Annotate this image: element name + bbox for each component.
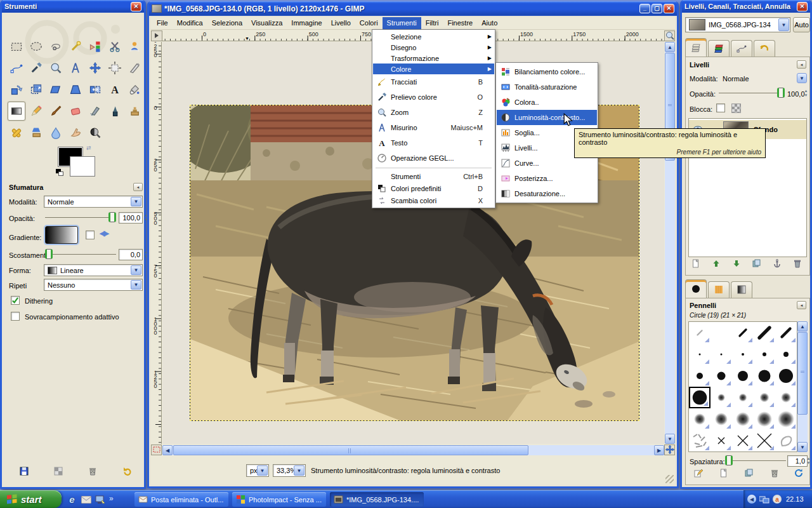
h-scrollbar[interactable]: ◀ ▶ [162, 445, 664, 455]
tool-shear-button[interactable] [47, 80, 65, 99]
menubar-file[interactable]: File [152, 17, 173, 29]
refresh-brushes-icon[interactable] [794, 468, 804, 479]
tool-move-button[interactable] [86, 58, 104, 77]
taskbar-button-2[interactable]: *IMG_0568.JPG-134.... [330, 492, 424, 507]
delete-options-icon[interactable] [88, 466, 98, 478]
menu-item-tracciati[interactable]: TracciatiB [373, 74, 494, 90]
swap-colors-icon[interactable]: ⇄ [86, 145, 91, 151]
brush-cell[interactable] [775, 408, 797, 430]
menubar-colori[interactable]: Colori [355, 17, 383, 29]
duplicate-layer-icon[interactable] [752, 258, 762, 270]
brush-cell[interactable] [732, 322, 754, 344]
anchor-layer-icon[interactable] [772, 258, 782, 270]
quicklaunch-mail-icon[interactable] [80, 493, 92, 505]
brush-cell[interactable] [689, 408, 710, 430]
tool-select-by-color-button[interactable] [86, 37, 104, 56]
dithering-checkbox[interactable] [11, 296, 20, 305]
layer-opacity-slider[interactable] [719, 88, 785, 98]
dock-close-button[interactable]: ✕ [797, 2, 808, 11]
brush-cell[interactable] [689, 430, 710, 451]
panel-collapse-icon[interactable]: ◂ [133, 183, 143, 191]
tool-eraser-button[interactable] [67, 102, 84, 121]
brush-cell[interactable] [754, 408, 775, 430]
brush-cell[interactable] [732, 408, 754, 430]
brush-cell[interactable] [710, 365, 732, 387]
brush-cell[interactable] [710, 387, 732, 408]
background-color-swatch[interactable] [70, 157, 95, 176]
tool-perspective-clone-button[interactable] [27, 123, 45, 142]
toolbox-close-button[interactable]: ✕ [131, 2, 141, 11]
image-window-titlebar[interactable]: *IMG_0568.JPG-134.0 (RGB, 1 livello) 212… [149, 1, 677, 16]
menubar-filtri[interactable]: Filtri [421, 17, 443, 29]
antivirus-tray-icon[interactable]: a [773, 495, 782, 504]
shape-select[interactable]: Lineare▼ [44, 264, 143, 276]
offset-slider[interactable] [45, 249, 116, 259]
brush-cell[interactable] [775, 322, 797, 344]
panel-collapse-icon[interactable]: ◂ [797, 301, 806, 309]
tool-pencil-button[interactable] [27, 102, 45, 121]
v-ruler[interactable]: -250025050075010001250 [151, 42, 162, 444]
ruler-corner-button[interactable] [151, 30, 162, 41]
repeat-select[interactable]: Nessuno▼ [44, 279, 143, 291]
minimize-button[interactable]: _ [639, 4, 650, 13]
tab-gradients[interactable] [731, 281, 752, 298]
gradient-swap-icon[interactable]: ◀▶ [100, 229, 108, 237]
tool-paths-button[interactable] [8, 58, 25, 77]
mode-select[interactable]: Normale▼ [44, 196, 143, 208]
brush-cell[interactable] [754, 365, 775, 387]
tab-undo[interactable] [754, 40, 775, 57]
tool-crop-button[interactable] [126, 58, 143, 77]
brush-scrollbar[interactable]: ▲ ▼ [797, 321, 808, 452]
brush-cell[interactable] [710, 344, 732, 365]
image-selector[interactable]: IMG_0568.JPG-134▼ [685, 17, 790, 32]
brush-cell[interactable] [754, 322, 775, 344]
menubar-strumenti[interactable]: Strumenti [383, 17, 421, 29]
opacity-value[interactable]: 100,0 [119, 212, 143, 224]
submenu-item-posterizza[interactable]: Posterizza... [497, 171, 597, 186]
tool-fuzzy-select-button[interactable] [67, 37, 84, 56]
brush-cell[interactable] [689, 387, 710, 408]
tab-patterns[interactable] [708, 281, 730, 298]
menu-item-testo[interactable]: ATestoT [373, 135, 494, 150]
brush-cell[interactable] [689, 322, 710, 344]
quicklaunch-chevron-icon[interactable]: » [109, 494, 114, 503]
menubar-livello[interactable]: Livello [327, 17, 355, 29]
tool-smudge-button[interactable] [67, 123, 84, 142]
submenu-item-desaturazione[interactable]: Desaturazione... [497, 186, 597, 201]
offset-value[interactable]: 0,0 [119, 249, 143, 260]
gradient-preview[interactable] [45, 226, 78, 244]
tool-flip-button[interactable] [86, 80, 104, 99]
menubar-aiuto[interactable]: Aiuto [477, 17, 502, 29]
zoom-select[interactable]: 33,3%▼ [273, 464, 306, 477]
lower-layer-icon[interactable] [731, 258, 742, 270]
edit-brush-icon[interactable] [693, 468, 704, 479]
tool-paintbrush-button[interactable] [47, 102, 65, 121]
submenu-item-tonalit-saturazione[interactable]: Tonalità-saturazione [497, 79, 597, 95]
start-button[interactable]: start [0, 490, 62, 508]
menubar-seleziona[interactable]: Seleziona [207, 17, 247, 29]
save-options-icon[interactable] [19, 466, 29, 478]
opacity-slider[interactable] [45, 212, 116, 222]
chevron-down-icon[interactable]: ▼ [131, 197, 141, 206]
tool-measure-button[interactable] [67, 58, 84, 77]
gradient-reverse-checkbox[interactable] [86, 231, 95, 239]
tool-scissors-select-button[interactable] [106, 37, 124, 56]
auto-button[interactable]: Auto [793, 17, 810, 32]
tool-gradient-button[interactable] [8, 102, 25, 121]
brush-cell[interactable] [754, 344, 775, 365]
brush-cell[interactable] [754, 430, 775, 451]
tool-blur-button[interactable] [47, 123, 65, 142]
resize-grip[interactable] [665, 475, 674, 483]
supersample-checkbox[interactable] [11, 312, 20, 321]
lock-alpha-icon[interactable] [731, 104, 741, 113]
delete-brush-icon[interactable] [769, 468, 780, 479]
tab-paths[interactable] [731, 40, 752, 57]
tool-align-button[interactable] [106, 58, 124, 77]
duplicate-brush-icon[interactable] [744, 468, 754, 479]
chevron-down-icon[interactable]: ▼ [131, 265, 141, 275]
lock-checkbox[interactable] [716, 104, 725, 112]
tool-perspective-button[interactable] [67, 80, 84, 99]
menu-item-zoom[interactable]: ZoomZ [373, 105, 494, 120]
default-colors-icon[interactable] [56, 169, 63, 176]
menu-item-scambia-colori[interactable]: Scambia coloriX [373, 194, 494, 206]
